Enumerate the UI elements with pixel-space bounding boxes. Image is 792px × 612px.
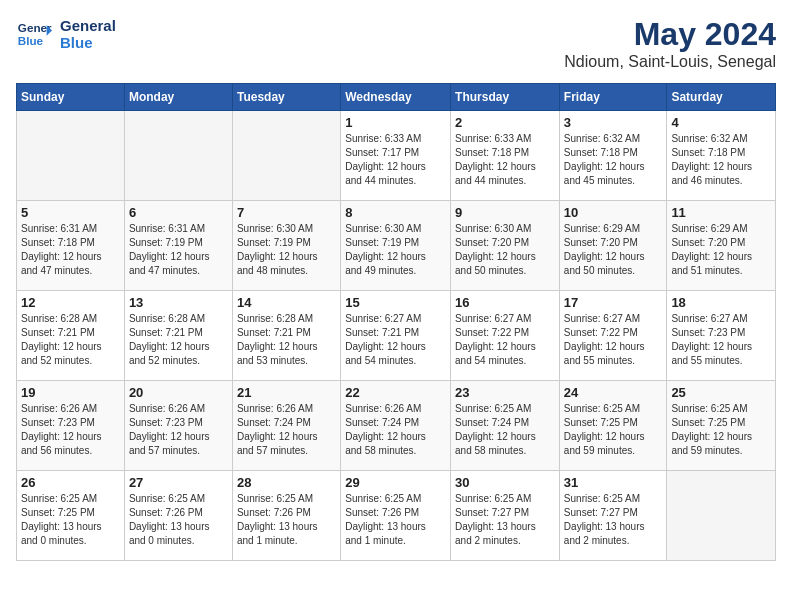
- calendar-cell: 7Sunrise: 6:30 AM Sunset: 7:19 PM Daylig…: [232, 201, 340, 291]
- day-number: 6: [129, 205, 228, 220]
- calendar-cell: 24Sunrise: 6:25 AM Sunset: 7:25 PM Dayli…: [559, 381, 667, 471]
- day-info: Sunrise: 6:25 AM Sunset: 7:26 PM Dayligh…: [237, 492, 336, 548]
- calendar-cell: 1Sunrise: 6:33 AM Sunset: 7:17 PM Daylig…: [341, 111, 451, 201]
- calendar-header-thursday: Thursday: [451, 84, 560, 111]
- day-number: 4: [671, 115, 771, 130]
- calendar-cell: [667, 471, 776, 561]
- day-number: 28: [237, 475, 336, 490]
- day-info: Sunrise: 6:28 AM Sunset: 7:21 PM Dayligh…: [129, 312, 228, 368]
- day-number: 26: [21, 475, 120, 490]
- calendar-cell: 8Sunrise: 6:30 AM Sunset: 7:19 PM Daylig…: [341, 201, 451, 291]
- calendar-cell: 4Sunrise: 6:32 AM Sunset: 7:18 PM Daylig…: [667, 111, 776, 201]
- calendar-subtitle: Ndioum, Saint-Louis, Senegal: [564, 53, 776, 71]
- calendar-cell: 2Sunrise: 6:33 AM Sunset: 7:18 PM Daylig…: [451, 111, 560, 201]
- day-number: 9: [455, 205, 555, 220]
- calendar-header-tuesday: Tuesday: [232, 84, 340, 111]
- day-info: Sunrise: 6:26 AM Sunset: 7:24 PM Dayligh…: [345, 402, 446, 458]
- calendar-cell: 31Sunrise: 6:25 AM Sunset: 7:27 PM Dayli…: [559, 471, 667, 561]
- day-info: Sunrise: 6:28 AM Sunset: 7:21 PM Dayligh…: [237, 312, 336, 368]
- calendar-cell: 22Sunrise: 6:26 AM Sunset: 7:24 PM Dayli…: [341, 381, 451, 471]
- calendar-cell: 26Sunrise: 6:25 AM Sunset: 7:25 PM Dayli…: [17, 471, 125, 561]
- day-info: Sunrise: 6:28 AM Sunset: 7:21 PM Dayligh…: [21, 312, 120, 368]
- day-number: 7: [237, 205, 336, 220]
- day-info: Sunrise: 6:25 AM Sunset: 7:25 PM Dayligh…: [671, 402, 771, 458]
- day-info: Sunrise: 6:27 AM Sunset: 7:22 PM Dayligh…: [564, 312, 663, 368]
- calendar-header-monday: Monday: [124, 84, 232, 111]
- calendar-cell: [124, 111, 232, 201]
- calendar-cell: 20Sunrise: 6:26 AM Sunset: 7:23 PM Dayli…: [124, 381, 232, 471]
- day-info: Sunrise: 6:33 AM Sunset: 7:17 PM Dayligh…: [345, 132, 446, 188]
- calendar-cell: 30Sunrise: 6:25 AM Sunset: 7:27 PM Dayli…: [451, 471, 560, 561]
- day-number: 23: [455, 385, 555, 400]
- calendar-week-row: 1Sunrise: 6:33 AM Sunset: 7:17 PM Daylig…: [17, 111, 776, 201]
- day-info: Sunrise: 6:25 AM Sunset: 7:25 PM Dayligh…: [21, 492, 120, 548]
- logo: General Blue General Blue: [16, 16, 116, 52]
- day-info: Sunrise: 6:30 AM Sunset: 7:20 PM Dayligh…: [455, 222, 555, 278]
- calendar-title: May 2024: [564, 16, 776, 53]
- calendar-header-sunday: Sunday: [17, 84, 125, 111]
- day-number: 2: [455, 115, 555, 130]
- day-info: Sunrise: 6:31 AM Sunset: 7:18 PM Dayligh…: [21, 222, 120, 278]
- title-block: May 2024 Ndioum, Saint-Louis, Senegal: [564, 16, 776, 71]
- day-info: Sunrise: 6:27 AM Sunset: 7:23 PM Dayligh…: [671, 312, 771, 368]
- calendar-cell: 13Sunrise: 6:28 AM Sunset: 7:21 PM Dayli…: [124, 291, 232, 381]
- day-number: 21: [237, 385, 336, 400]
- calendar-cell: [17, 111, 125, 201]
- calendar-cell: 15Sunrise: 6:27 AM Sunset: 7:21 PM Dayli…: [341, 291, 451, 381]
- day-info: Sunrise: 6:25 AM Sunset: 7:26 PM Dayligh…: [345, 492, 446, 548]
- day-info: Sunrise: 6:25 AM Sunset: 7:26 PM Dayligh…: [129, 492, 228, 548]
- day-info: Sunrise: 6:25 AM Sunset: 7:24 PM Dayligh…: [455, 402, 555, 458]
- day-info: Sunrise: 6:32 AM Sunset: 7:18 PM Dayligh…: [671, 132, 771, 188]
- calendar-cell: 3Sunrise: 6:32 AM Sunset: 7:18 PM Daylig…: [559, 111, 667, 201]
- day-number: 12: [21, 295, 120, 310]
- day-info: Sunrise: 6:25 AM Sunset: 7:27 PM Dayligh…: [564, 492, 663, 548]
- day-number: 25: [671, 385, 771, 400]
- day-number: 29: [345, 475, 446, 490]
- day-number: 18: [671, 295, 771, 310]
- day-info: Sunrise: 6:32 AM Sunset: 7:18 PM Dayligh…: [564, 132, 663, 188]
- calendar-cell: 29Sunrise: 6:25 AM Sunset: 7:26 PM Dayli…: [341, 471, 451, 561]
- day-number: 3: [564, 115, 663, 130]
- calendar-cell: 11Sunrise: 6:29 AM Sunset: 7:20 PM Dayli…: [667, 201, 776, 291]
- logo-blue-text: Blue: [60, 34, 116, 51]
- day-number: 17: [564, 295, 663, 310]
- day-number: 1: [345, 115, 446, 130]
- page-header: General Blue General Blue May 2024 Ndiou…: [16, 16, 776, 71]
- day-info: Sunrise: 6:26 AM Sunset: 7:23 PM Dayligh…: [129, 402, 228, 458]
- day-number: 15: [345, 295, 446, 310]
- day-info: Sunrise: 6:26 AM Sunset: 7:23 PM Dayligh…: [21, 402, 120, 458]
- calendar-cell: 16Sunrise: 6:27 AM Sunset: 7:22 PM Dayli…: [451, 291, 560, 381]
- day-number: 14: [237, 295, 336, 310]
- calendar-cell: 19Sunrise: 6:26 AM Sunset: 7:23 PM Dayli…: [17, 381, 125, 471]
- day-number: 5: [21, 205, 120, 220]
- day-info: Sunrise: 6:31 AM Sunset: 7:19 PM Dayligh…: [129, 222, 228, 278]
- day-number: 20: [129, 385, 228, 400]
- day-number: 16: [455, 295, 555, 310]
- calendar-header-friday: Friday: [559, 84, 667, 111]
- calendar-cell: 5Sunrise: 6:31 AM Sunset: 7:18 PM Daylig…: [17, 201, 125, 291]
- day-info: Sunrise: 6:25 AM Sunset: 7:25 PM Dayligh…: [564, 402, 663, 458]
- calendar-week-row: 5Sunrise: 6:31 AM Sunset: 7:18 PM Daylig…: [17, 201, 776, 291]
- day-info: Sunrise: 6:33 AM Sunset: 7:18 PM Dayligh…: [455, 132, 555, 188]
- day-info: Sunrise: 6:27 AM Sunset: 7:22 PM Dayligh…: [455, 312, 555, 368]
- calendar-cell: 28Sunrise: 6:25 AM Sunset: 7:26 PM Dayli…: [232, 471, 340, 561]
- day-info: Sunrise: 6:27 AM Sunset: 7:21 PM Dayligh…: [345, 312, 446, 368]
- day-number: 13: [129, 295, 228, 310]
- calendar-table: SundayMondayTuesdayWednesdayThursdayFrid…: [16, 83, 776, 561]
- calendar-cell: 25Sunrise: 6:25 AM Sunset: 7:25 PM Dayli…: [667, 381, 776, 471]
- calendar-cell: [232, 111, 340, 201]
- calendar-week-row: 26Sunrise: 6:25 AM Sunset: 7:25 PM Dayli…: [17, 471, 776, 561]
- calendar-week-row: 12Sunrise: 6:28 AM Sunset: 7:21 PM Dayli…: [17, 291, 776, 381]
- calendar-cell: 23Sunrise: 6:25 AM Sunset: 7:24 PM Dayli…: [451, 381, 560, 471]
- day-number: 22: [345, 385, 446, 400]
- day-info: Sunrise: 6:26 AM Sunset: 7:24 PM Dayligh…: [237, 402, 336, 458]
- day-number: 24: [564, 385, 663, 400]
- calendar-cell: 21Sunrise: 6:26 AM Sunset: 7:24 PM Dayli…: [232, 381, 340, 471]
- calendar-header-wednesday: Wednesday: [341, 84, 451, 111]
- calendar-cell: 17Sunrise: 6:27 AM Sunset: 7:22 PM Dayli…: [559, 291, 667, 381]
- day-info: Sunrise: 6:25 AM Sunset: 7:27 PM Dayligh…: [455, 492, 555, 548]
- day-number: 11: [671, 205, 771, 220]
- day-info: Sunrise: 6:30 AM Sunset: 7:19 PM Dayligh…: [237, 222, 336, 278]
- logo-icon: General Blue: [16, 16, 52, 52]
- day-number: 8: [345, 205, 446, 220]
